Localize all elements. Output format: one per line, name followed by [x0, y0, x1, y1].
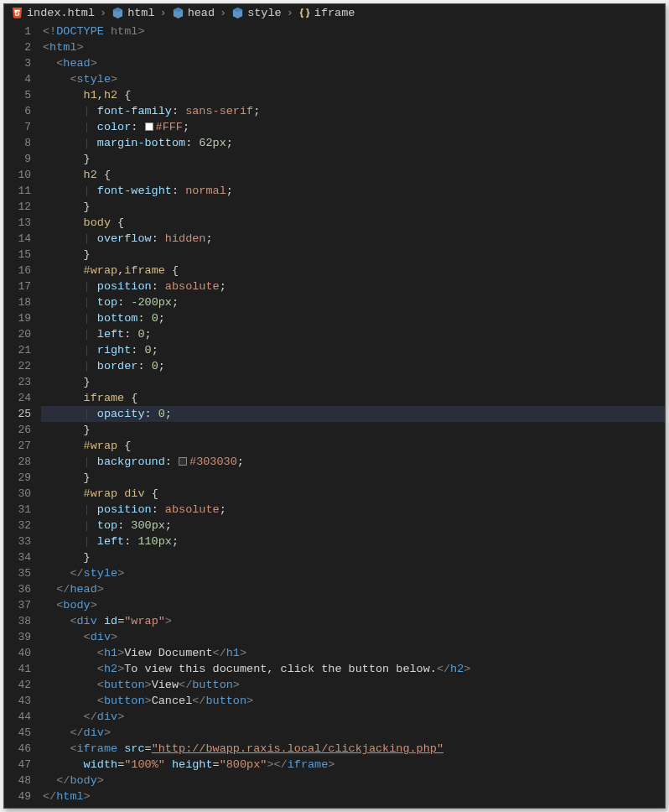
- code-line[interactable]: #wrap,iframe {: [41, 263, 665, 278]
- breadcrumb-label: index.html: [27, 7, 95, 19]
- line-number: 41: [4, 661, 31, 677]
- code-line[interactable]: | left: 0;: [41, 326, 665, 342]
- symbol-cube-icon: [112, 7, 124, 19]
- code-line[interactable]: }: [41, 199, 665, 215]
- code-line[interactable]: <div id="wrap">: [41, 613, 665, 629]
- line-number: 16: [4, 263, 31, 278]
- breadcrumb-item[interactable]: style: [231, 7, 282, 19]
- breadcrumb-separator-icon: ›: [285, 7, 295, 19]
- line-number: 1: [4, 23, 31, 39]
- code-line[interactable]: <!DOCTYPE html>: [41, 23, 665, 39]
- code-line[interactable]: | position: absolute;: [41, 278, 665, 294]
- code-line[interactable]: <h1>View Document</h1>: [41, 645, 665, 661]
- code-content[interactable]: <!DOCTYPE html><html> <head> <style> h1,…: [41, 22, 665, 808]
- code-area[interactable]: 1234567891011121314151617181920212223242…: [4, 22, 665, 808]
- code-line[interactable]: iframe {: [41, 390, 665, 406]
- line-number: 6: [4, 103, 31, 119]
- line-number: 47: [4, 757, 31, 773]
- code-line[interactable]: <body>: [41, 597, 665, 613]
- line-number: 37: [4, 597, 31, 613]
- line-number: 30: [4, 486, 31, 502]
- breadcrumb-item[interactable]: iframe: [298, 7, 355, 19]
- code-line[interactable]: | color: #FFF;: [41, 119, 665, 135]
- line-number: 49: [4, 789, 31, 804]
- symbol-cube-icon: [172, 7, 184, 19]
- code-line[interactable]: width="100%" height="800px"></iframe>: [41, 757, 665, 773]
- line-number: 31: [4, 502, 31, 518]
- code-line[interactable]: <style>: [41, 71, 665, 87]
- code-line[interactable]: | bottom: 0;: [41, 310, 665, 326]
- line-number: 10: [4, 167, 31, 183]
- code-line[interactable]: }: [41, 151, 665, 167]
- code-line[interactable]: | top: 300px;: [41, 518, 665, 534]
- breadcrumb-separator-icon: ›: [98, 7, 108, 19]
- code-line[interactable]: | opacity: 0;: [41, 406, 665, 422]
- code-line[interactable]: </head>: [41, 581, 665, 597]
- code-line[interactable]: }: [41, 549, 665, 565]
- breadcrumb-label: iframe: [314, 7, 355, 19]
- line-number: 19: [4, 310, 31, 326]
- code-line[interactable]: #wrap div {: [41, 486, 665, 502]
- code-line[interactable]: </div>: [41, 725, 665, 741]
- code-line[interactable]: | border: 0;: [41, 358, 665, 374]
- symbol-cube-icon: [231, 7, 244, 19]
- code-line[interactable]: h2 {: [41, 167, 665, 183]
- line-number: 11: [4, 183, 31, 199]
- color-swatch-icon: [145, 122, 153, 131]
- code-line[interactable]: | position: absolute;: [41, 502, 665, 518]
- breadcrumb-label: style: [247, 7, 282, 19]
- code-line[interactable]: | font-family: sans-serif;: [41, 103, 665, 119]
- breadcrumb-item[interactable]: index.html: [11, 7, 95, 19]
- line-number: 2: [4, 39, 31, 55]
- code-line[interactable]: }: [41, 374, 665, 390]
- code-line[interactable]: | margin-bottom: 62px;: [41, 135, 665, 151]
- code-line[interactable]: <head>: [41, 55, 665, 71]
- code-line[interactable]: <button>Cancel</button>: [41, 693, 665, 709]
- code-line[interactable]: </div>: [41, 709, 665, 725]
- line-number: 29: [4, 470, 31, 486]
- code-line[interactable]: }: [41, 422, 665, 438]
- line-number: 44: [4, 709, 31, 725]
- line-number: 12: [4, 199, 31, 215]
- line-number: 46: [4, 741, 31, 757]
- line-number: 17: [4, 278, 31, 294]
- breadcrumb-item[interactable]: head: [172, 7, 215, 19]
- line-number: 32: [4, 518, 31, 534]
- code-line[interactable]: </body>: [41, 773, 665, 789]
- code-line[interactable]: </style>: [41, 565, 665, 581]
- line-number: 3: [4, 55, 31, 71]
- line-number: 40: [4, 645, 31, 661]
- code-line[interactable]: body {: [41, 215, 665, 231]
- code-line[interactable]: <iframe src="http://bwapp.raxis.local/cl…: [41, 741, 665, 757]
- breadcrumb-item[interactable]: html: [112, 7, 154, 19]
- code-line[interactable]: | left: 110px;: [41, 534, 665, 549]
- code-line[interactable]: <html>: [41, 39, 665, 55]
- line-number: 5: [4, 87, 31, 103]
- line-number: 20: [4, 326, 31, 342]
- code-line[interactable]: }: [41, 470, 665, 486]
- line-number: 13: [4, 215, 31, 231]
- code-line[interactable]: <div>: [41, 629, 665, 645]
- breadcrumb-label: html: [127, 7, 154, 19]
- breadcrumb-separator-icon: ›: [158, 7, 169, 19]
- code-line[interactable]: #wrap {: [41, 438, 665, 454]
- code-line[interactable]: </html>: [41, 789, 665, 804]
- code-line[interactable]: | font-weight: normal;: [41, 183, 665, 199]
- line-number: 8: [4, 135, 31, 151]
- code-line[interactable]: }: [41, 247, 665, 263]
- line-number: 24: [4, 390, 31, 406]
- html5-file-icon: [11, 7, 23, 19]
- code-line[interactable]: | background: #303030;: [41, 454, 665, 470]
- line-number: 28: [4, 454, 31, 470]
- line-number: 34: [4, 549, 31, 565]
- code-line[interactable]: h1,h2 {: [41, 87, 665, 103]
- code-line[interactable]: | right: 0;: [41, 342, 665, 358]
- code-line[interactable]: <button>View</button>: [41, 677, 665, 693]
- breadcrumb-separator-icon: ›: [218, 7, 228, 19]
- code-line[interactable]: | top: -200px;: [41, 294, 665, 310]
- line-number: 38: [4, 613, 31, 629]
- line-number: 25: [4, 406, 31, 422]
- code-line[interactable]: <h2>To view this document, click the but…: [41, 661, 665, 677]
- code-line[interactable]: | overflow: hidden;: [41, 231, 665, 247]
- line-number: 42: [4, 677, 31, 693]
